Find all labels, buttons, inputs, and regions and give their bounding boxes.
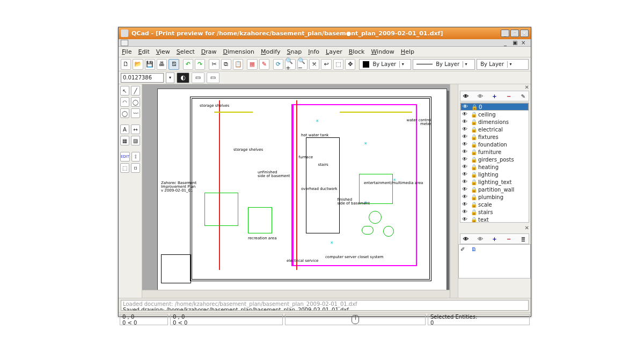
menu-select[interactable]: Select: [177, 48, 195, 55]
measure-tools-icon[interactable]: ⟟: [131, 152, 140, 162]
lock-icon[interactable]: 🔒: [471, 119, 476, 125]
bw-toggle-icon[interactable]: ◐: [177, 72, 189, 83]
layer-row-lighting[interactable]: 🔒lighting: [460, 171, 529, 178]
mdi-restore-button[interactable]: ▣: [513, 40, 520, 46]
dimension-tools-icon[interactable]: ↔: [131, 124, 140, 134]
menu-dimension[interactable]: Dimension: [223, 48, 254, 55]
edit-tools-icon[interactable]: EDIT: [120, 152, 130, 162]
circle-tools-icon[interactable]: ◯: [131, 97, 140, 107]
hatch-tools-icon[interactable]: ▦: [120, 136, 129, 145]
lock-icon[interactable]: 🔒: [471, 112, 476, 118]
image-tools-icon[interactable]: ▨: [131, 136, 140, 145]
menu-edit[interactable]: Edit: [138, 48, 149, 55]
layer-row-electrical[interactable]: 🔒electrical: [460, 126, 529, 133]
layer-row-lighting_text[interactable]: 🔒lighting_text: [460, 178, 529, 186]
block-add-icon[interactable]: +: [491, 236, 499, 242]
lock-icon[interactable]: 🔒: [471, 127, 476, 133]
eye-icon[interactable]: [462, 171, 469, 178]
eye-icon[interactable]: [462, 149, 469, 155]
center-page-icon[interactable]: ▭: [192, 72, 204, 83]
eye-icon[interactable]: [462, 186, 469, 193]
layer-row-plumbing[interactable]: 🔒plumbing: [460, 193, 529, 201]
lock-icon[interactable]: 🔒: [471, 187, 476, 193]
copy-icon[interactable]: ⧉: [221, 59, 231, 70]
layer-row-dimensions[interactable]: 🔒dimensions: [460, 118, 529, 126]
menu-file[interactable]: File: [122, 48, 131, 55]
block-tools-icon[interactable]: ⌑: [131, 163, 140, 173]
block-panel-close-icon[interactable]: ✕: [458, 225, 531, 231]
menu-layer[interactable]: Layer: [326, 48, 342, 55]
print-icon[interactable]: 🖶: [157, 59, 167, 70]
scale-dropdown[interactable]: ▾: [166, 72, 174, 83]
open-icon[interactable]: 📂: [133, 59, 143, 70]
zoom-out-icon[interactable]: 🔍−: [297, 59, 308, 70]
zoom-window-icon[interactable]: ⬚: [333, 59, 343, 70]
maximize-button[interactable]: ▢: [510, 30, 519, 37]
eye-icon[interactable]: [462, 209, 469, 215]
layer-remove-icon[interactable]: −: [505, 93, 513, 99]
print-preview-icon[interactable]: 🖻: [169, 59, 179, 70]
zoom-auto-icon[interactable]: ⤧: [309, 59, 319, 70]
lock-icon[interactable]: 🔒: [471, 194, 476, 200]
eye-icon[interactable]: [462, 119, 469, 125]
lock-icon[interactable]: 🔒: [471, 172, 476, 178]
lock-icon[interactable]: 🔒: [471, 134, 476, 140]
lock-icon[interactable]: 🔒: [471, 202, 476, 208]
lock-icon[interactable]: 🔒: [471, 217, 476, 223]
lock-icon[interactable]: 🔒: [471, 179, 476, 185]
layer-row-furniture[interactable]: 🔒furniture: [460, 148, 529, 156]
layer-row-fixtures[interactable]: 🔒fixtures: [460, 133, 529, 141]
menu-modify[interactable]: Modify: [261, 48, 280, 55]
menu-window[interactable]: Window: [371, 48, 394, 55]
horizontal-scrollbar[interactable]: [142, 290, 450, 298]
lock-icon[interactable]: 🔒: [471, 164, 476, 170]
layer-list[interactable]: 🔒0🔒ceiling🔒dimensions🔒electrical🔒fixture…: [460, 102, 529, 223]
command-line[interactable]: Loaded document: /home/kzahorec/basement…: [121, 300, 529, 311]
block-hideall-icon[interactable]: 👁: [477, 236, 484, 242]
eye-icon[interactable]: [462, 216, 469, 223]
cut-icon[interactable]: ✂: [209, 59, 219, 70]
eye-icon[interactable]: [462, 134, 469, 140]
vertical-scrollbar[interactable]: [450, 84, 458, 298]
lock-icon[interactable]: 🔒: [471, 142, 476, 148]
eye-icon[interactable]: [462, 126, 469, 133]
grid-icon[interactable]: ▦: [247, 59, 257, 70]
menu-snap[interactable]: Snap: [287, 48, 302, 55]
block-item-handle-icon[interactable]: ✐: [460, 246, 465, 276]
layer-row-scale[interactable]: 🔒scale: [460, 201, 529, 208]
menu-draw[interactable]: Draw: [201, 48, 217, 55]
menu-info[interactable]: Info: [308, 48, 319, 55]
layer-hideall-icon[interactable]: 👁: [477, 93, 484, 99]
fit-page-icon[interactable]: ▭: [207, 72, 219, 83]
layer-panel-close-icon[interactable]: ✕: [458, 84, 531, 91]
arc-tools-icon[interactable]: ◠: [120, 97, 129, 107]
eye-icon[interactable]: [462, 201, 469, 208]
zoom-redraw-icon[interactable]: ⟳: [273, 59, 283, 70]
eye-icon[interactable]: [462, 194, 469, 200]
zoom-prev-icon[interactable]: ↩: [321, 59, 331, 70]
layer-edit-icon[interactable]: ✎: [519, 93, 527, 99]
zoom-pan-icon[interactable]: ✥: [345, 59, 355, 70]
layer-row-text[interactable]: 🔒text: [460, 216, 529, 223]
layer-row-heating[interactable]: 🔒heating: [460, 163, 529, 171]
lock-icon[interactable]: 🔒: [471, 149, 476, 155]
line-tools-icon[interactable]: ╱: [131, 86, 140, 96]
block-showall-icon[interactable]: 👁: [462, 236, 470, 242]
select-tools-icon[interactable]: ⬚: [120, 163, 129, 173]
linetype-selector[interactable]: By Layer ▾: [413, 59, 475, 70]
mdi-close-button[interactable]: ×: [521, 40, 529, 46]
menu-view[interactable]: View: [156, 48, 170, 55]
text-tools-icon[interactable]: A: [120, 124, 129, 134]
eye-icon[interactable]: [462, 164, 469, 170]
polyline-tools-icon[interactable]: 〰: [131, 108, 140, 118]
eye-icon[interactable]: [462, 156, 469, 163]
color-selector[interactable]: By Layer ▾: [359, 59, 411, 70]
layer-row-girders_posts[interactable]: 🔒girders_posts: [460, 156, 529, 163]
save-icon[interactable]: 💾: [145, 59, 155, 70]
undo-icon[interactable]: ↶: [183, 59, 193, 70]
eye-icon[interactable]: [462, 141, 469, 148]
layer-row-foundation[interactable]: 🔒foundation: [460, 141, 529, 148]
close-button[interactable]: ×: [520, 30, 529, 37]
titlebar[interactable]: QCad - [Print preview for /home/kzahorec…: [119, 27, 531, 39]
layer-row-0[interactable]: 🔒0: [460, 103, 529, 111]
